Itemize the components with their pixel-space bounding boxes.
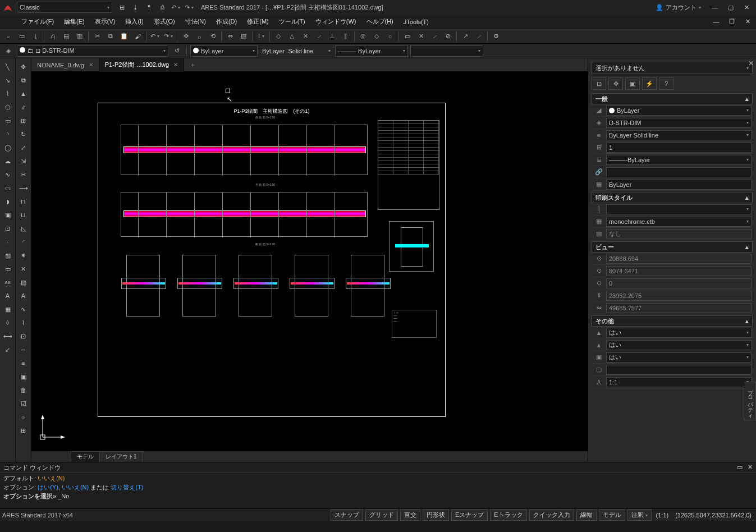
copy-button[interactable]: ⧉ (104, 31, 117, 42)
mdi-restore-button[interactable]: ❐ (725, 16, 739, 27)
prop-blank[interactable] (606, 365, 752, 375)
prop-layer[interactable]: D-STR-DIM▾ (606, 118, 752, 128)
lineweight-select[interactable]: ——— ByLayer ▾ (335, 45, 408, 57)
layer-prev-button[interactable]: ↺ (171, 45, 183, 57)
maximize-button[interactable]: ▢ (723, 2, 738, 13)
section-other-header[interactable]: その他▴ (592, 315, 753, 327)
snap-track-button[interactable]: ⟋ (473, 31, 485, 42)
quick-select-button[interactable]: ⊡ (592, 77, 606, 90)
menu-window[interactable]: ウィンドウ(W) (311, 16, 361, 27)
close-tab-icon[interactable]: ✕ (173, 62, 178, 68)
snap-from-button[interactable]: ↗ (459, 31, 471, 42)
new-doc-icon[interactable]: ⊞ (116, 2, 128, 13)
extend-button[interactable]: ⟶ (17, 182, 30, 194)
save-button[interactable]: ⭳ (29, 31, 42, 42)
rotate-button[interactable]: ↻ (17, 128, 30, 140)
revcloud-button[interactable]: ☁ (2, 155, 14, 167)
move-button[interactable]: ✥ (17, 61, 30, 73)
workspace-select[interactable]: Classic ▾ (17, 2, 112, 13)
pedit-button[interactable]: ⟐ (17, 411, 30, 423)
section-view-header[interactable]: ビュー▴ (592, 241, 753, 253)
block-edit-button[interactable]: ▣ (17, 370, 30, 383)
point-style-button[interactable]: ⁝ (255, 31, 267, 42)
menu-insert[interactable]: 挿入(I) (121, 16, 148, 27)
status-annot-button[interactable]: 注釈 (627, 509, 652, 521)
leader-button[interactable]: ↙ (2, 343, 14, 356)
command-history[interactable]: デフォルト: いいえ(N) オプション: はい(Y), いいえ(N) または 切… (0, 473, 756, 508)
layer-manager-button[interactable]: ◈ (2, 45, 15, 57)
edit-attr-button[interactable]: ⊡ (17, 330, 30, 342)
rectangle-button[interactable]: ▭ (2, 114, 14, 127)
ellipse-arc-button[interactable]: ◗ (2, 195, 14, 208)
plotstyle-select[interactable]: ▾ (410, 45, 483, 57)
spline-button[interactable]: ∿ (2, 168, 14, 181)
close-tab-icon[interactable]: ✕ (89, 62, 93, 68)
tab-p1p2[interactable]: P1-P2径間 …1002.dwg ✕ (99, 58, 184, 72)
fillet-button[interactable]: ◜ (17, 236, 30, 248)
pan-button[interactable]: ✥ (180, 31, 192, 42)
explode-button[interactable]: ✷ (17, 249, 30, 262)
cmd-opt-yes[interactable]: はい(Y) (38, 484, 58, 490)
prop-anno[interactable]: はい▾ (606, 328, 752, 338)
array-button[interactable]: ⊞ (17, 114, 30, 127)
edit-hatch-button[interactable]: ▨ (17, 276, 30, 288)
snap-end-button[interactable]: ◇ (272, 31, 285, 42)
menu-dimension[interactable]: 寸法(N) (181, 16, 210, 27)
menu-modify[interactable]: 修正(M) (242, 16, 273, 27)
prop-pstyle[interactable]: ▾ (606, 204, 752, 214)
polygon-button[interactable]: ⬠ (2, 101, 14, 113)
edit-pline-button[interactable]: ⌇ (17, 317, 30, 329)
menu-jtools[interactable]: JTools(T) (399, 17, 433, 27)
account-menu[interactable]: 👤 アカウント ▾ (652, 3, 704, 12)
menu-edit[interactable]: 編集(E) (59, 16, 89, 27)
hatch-button[interactable]: ▨ (2, 249, 14, 262)
mirror-button[interactable]: ▲ (17, 88, 30, 100)
mdi-minimize-button[interactable]: — (709, 16, 723, 27)
print-icon[interactable]: ⎙ (156, 2, 168, 13)
undo-button[interactable]: ↶ (149, 31, 161, 42)
edit-text-button[interactable]: A (17, 290, 30, 302)
snap-node-button[interactable]: ✕ (415, 31, 427, 42)
menu-draw[interactable]: 作成(D) (212, 16, 241, 27)
menu-file[interactable]: ファイル(F) (17, 16, 58, 27)
snap-par-button[interactable]: ∥ (340, 31, 352, 42)
status-lwt-button[interactable]: 線幅 (576, 509, 597, 521)
dist-button[interactable]: ⇔ (224, 31, 236, 42)
prop-scale[interactable]: 1:1▾ (606, 377, 752, 387)
selection-dropdown[interactable]: 選択がありません ▾ (592, 62, 753, 74)
snap-none-button[interactable]: ⊘ (442, 31, 454, 42)
snap-cen-button[interactable]: ◎ (357, 31, 369, 42)
chamfer-button[interactable]: ◺ (17, 222, 30, 235)
snap-int-button[interactable]: ✕ (299, 31, 311, 42)
ellipse-button[interactable]: ⬭ (2, 182, 14, 194)
prop-transparency[interactable]: ByLayer (606, 180, 752, 190)
offset-button[interactable]: ⫽ (17, 101, 30, 113)
drawing-canvas[interactable]: ↖ P1-P2径間 主桁構造図 (その1) 側 面 図 S=1:50 (31, 72, 588, 451)
zoom-prev-button[interactable]: ⟲ (207, 31, 219, 42)
select-similar-button[interactable]: ✥ (608, 77, 623, 90)
snap-near-button[interactable]: ⟋ (428, 31, 441, 42)
open-button[interactable]: ▭ (16, 31, 28, 42)
snap-settings-button[interactable]: ⚙ (490, 31, 502, 42)
zoom-window-button[interactable]: ⌕ (193, 31, 205, 42)
scale-button[interactable]: ⤢ (17, 141, 30, 154)
snap-ins-button[interactable]: ▭ (401, 31, 414, 42)
menu-help[interactable]: ヘルプ(H) (362, 16, 398, 27)
page-setup-button[interactable]: ▥ (74, 31, 86, 42)
layout-tab-layout1[interactable]: レイアウト1 (99, 451, 143, 462)
menu-format[interactable]: 形式(O) (149, 16, 180, 27)
print-preview-button[interactable]: ▤ (60, 31, 72, 42)
prop-hyperlink[interactable] (606, 167, 752, 177)
status-ortho-button[interactable]: 直交 (400, 509, 420, 521)
status-dynin-button[interactable]: クイック入力 (529, 509, 574, 521)
erase-button[interactable]: ✕ (17, 263, 30, 275)
snap-quad-button[interactable]: ◇ (370, 31, 383, 42)
purge-button[interactable]: 🗑 (17, 384, 30, 396)
prop-ptable[interactable]: monochrome.ctb▾ (606, 217, 752, 227)
status-scale[interactable]: (1:1) (654, 512, 671, 519)
audit-button[interactable]: ☑ (17, 397, 30, 410)
section-general-header[interactable]: 一般▴ (592, 93, 753, 104)
cmd-dock-button[interactable]: ▭ (737, 464, 743, 470)
cmd-opt-toggle[interactable]: 切り替え(T) (111, 484, 143, 490)
status-grid-button[interactable]: グリッド (365, 509, 398, 521)
